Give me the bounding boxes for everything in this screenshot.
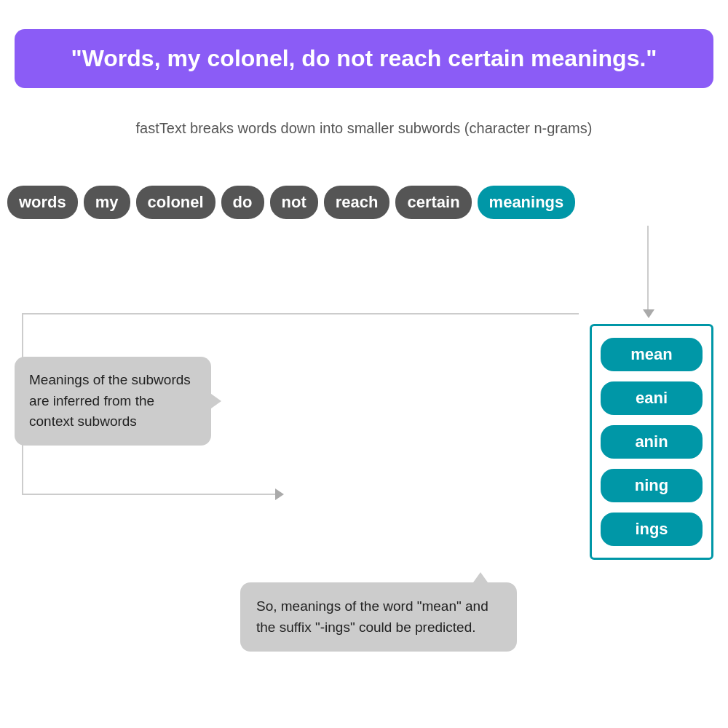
token-do: do (221, 186, 264, 219)
subword-eani: eani (601, 381, 703, 415)
token-certain: certain (395, 186, 471, 219)
token-not: not (270, 186, 318, 219)
arrow-right-bottom-icon (275, 488, 284, 500)
subword-anin: anin (601, 425, 703, 459)
token-colonel: colonel (136, 186, 215, 219)
v-line-meanings (647, 226, 649, 313)
arrow-down-icon (643, 309, 654, 318)
token-words: words (7, 186, 78, 219)
h-connector-line (22, 313, 579, 314)
bubble-bottom: So, meanings of the word "mean" and the … (240, 582, 517, 652)
quote-text: "Words, my colonel, do not reach certain… (71, 45, 657, 72)
token-my: my (84, 186, 130, 219)
token-meanings: meanings (478, 186, 576, 219)
h-line-bottom (22, 494, 277, 495)
subwords-box: meaneanianinningings (590, 324, 713, 560)
bubble-left: Meanings of the subwords are inferred fr… (15, 357, 211, 446)
token-reach: reach (324, 186, 390, 219)
subtitle: fastText breaks words down into smaller … (0, 120, 728, 137)
subword-ings: ings (601, 513, 703, 546)
subword-mean: mean (601, 338, 703, 371)
tokens-row: wordsmycoloneldonotreachcertainmeanings (7, 186, 721, 219)
subword-ning: ning (601, 469, 703, 502)
quote-banner: "Words, my colonel, do not reach certain… (15, 29, 713, 88)
